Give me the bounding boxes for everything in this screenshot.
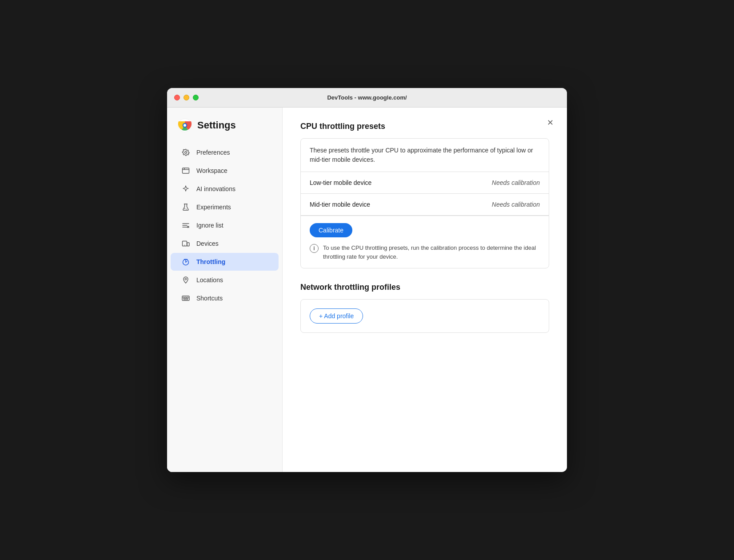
network-throttling-card: + Add profile (300, 299, 549, 333)
network-section-title: Network throttling profiles (300, 283, 549, 292)
titlebar: DevTools - www.google.com/ (167, 88, 567, 108)
mid-tier-status: Needs calibration (492, 201, 540, 208)
svg-point-11 (185, 278, 187, 280)
svg-rect-14 (185, 297, 187, 299)
low-tier-status: Needs calibration (492, 179, 540, 186)
locations-label: Locations (196, 276, 223, 284)
svg-rect-15 (187, 297, 188, 299)
svg-point-9 (184, 245, 185, 246)
content-area: Settings Preferences (167, 108, 567, 472)
add-profile-button[interactable]: + Add profile (310, 308, 363, 324)
minimize-traffic-light[interactable] (184, 95, 189, 100)
workspace-label: Workspace (196, 167, 227, 174)
ignore-list-icon (181, 221, 190, 230)
chrome-logo-icon (178, 118, 192, 132)
traffic-lights (174, 95, 199, 100)
sidebar-item-workspace[interactable]: Workspace (171, 162, 279, 180)
info-text: To use the CPU throttling presets, run t… (323, 244, 540, 261)
devices-label: Devices (196, 240, 219, 247)
calibration-info: i To use the CPU throttling presets, run… (310, 244, 540, 261)
cpu-section-title: CPU throttling presets (300, 122, 549, 131)
cpu-card-actions: Calibrate i To use the CPU throttling pr… (301, 216, 549, 268)
preferences-icon (181, 148, 190, 157)
sidebar-item-shortcuts[interactable]: Shortcuts (171, 289, 279, 307)
sidebar-item-ignore-list[interactable]: Ignore list (171, 216, 279, 234)
sidebar: Settings Preferences (167, 108, 283, 472)
info-icon: i (310, 244, 319, 253)
preferences-label: Preferences (196, 149, 230, 156)
calibrate-button[interactable]: Calibrate (310, 223, 352, 237)
ignore-list-label: Ignore list (196, 222, 223, 229)
close-button[interactable]: ✕ (544, 116, 556, 129)
sidebar-item-preferences[interactable]: Preferences (171, 144, 279, 161)
sidebar-item-throttling[interactable]: Throttling (171, 253, 279, 271)
svg-rect-13 (183, 297, 184, 299)
svg-point-6 (186, 209, 187, 210)
workspace-icon (181, 166, 190, 175)
sidebar-item-ai[interactable]: AI innovations (171, 180, 279, 198)
sidebar-item-devices[interactable]: Devices (171, 235, 279, 252)
shortcuts-label: Shortcuts (196, 295, 223, 302)
close-traffic-light[interactable] (174, 95, 180, 100)
sidebar-title: Settings (197, 120, 236, 131)
cpu-throttling-card: These presets throttle your CPU to appro… (300, 138, 549, 268)
sidebar-navigation: Preferences Workspace (167, 144, 282, 307)
cpu-description: These presets throttle your CPU to appro… (301, 139, 549, 172)
svg-rect-8 (187, 243, 189, 246)
experiments-label: Experiments (196, 204, 231, 211)
sidebar-item-locations[interactable]: Locations (171, 271, 279, 289)
sidebar-item-experiments[interactable]: Experiments (171, 198, 279, 216)
experiments-icon (181, 203, 190, 212)
low-tier-row: Low-tier mobile device Needs calibration (301, 172, 549, 194)
window-title: DevTools - www.google.com/ (327, 94, 407, 101)
devices-icon (181, 239, 190, 248)
svg-rect-16 (184, 299, 188, 300)
shortcuts-icon (181, 294, 190, 303)
locations-icon (181, 276, 190, 284)
low-tier-label: Low-tier mobile device (310, 179, 371, 186)
throttling-icon (181, 257, 190, 266)
throttling-label: Throttling (196, 258, 225, 265)
main-content: ✕ CPU throttling presets These presets t… (283, 108, 567, 472)
ai-label: AI innovations (196, 185, 235, 192)
devtools-window: DevTools - www.google.com/ Settings (167, 88, 567, 472)
sidebar-header: Settings (167, 118, 282, 143)
mid-tier-row: Mid-tier mobile device Needs calibration (301, 194, 549, 216)
svg-rect-4 (183, 168, 189, 173)
svg-point-5 (184, 208, 185, 209)
fullscreen-traffic-light[interactable] (193, 95, 199, 100)
ai-icon (181, 184, 190, 193)
mid-tier-label: Mid-tier mobile device (310, 201, 370, 208)
svg-point-3 (184, 124, 186, 127)
